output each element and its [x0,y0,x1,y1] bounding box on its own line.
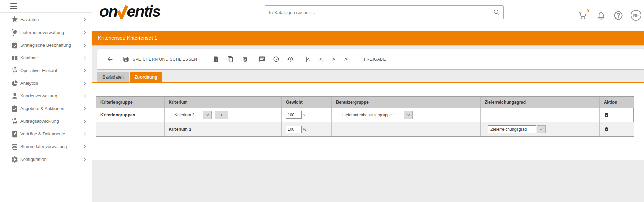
table-row-cell: Kriterium 1 [165,122,282,136]
sidebar-item-konfiguration[interactable]: Konfiguration [0,153,92,166]
chevron-down-icon[interactable] [203,111,212,119]
column-header: Aktion [600,97,634,108]
user-avatar[interactable]: NF [631,10,641,21]
main-area: on entis 0 [92,0,644,202]
tab-basisdaten[interactable]: Basisdaten [97,72,129,82]
table-row-cell: Kriteriengruppen [96,108,165,122]
gear-icon [11,156,19,163]
nav-first-button[interactable]: |< [306,56,310,62]
criteria-table: Kriteriengruppe Kriterium Gewicht Benutz… [96,96,634,137]
percent-label: % [303,113,306,117]
cart-plus-icon [11,67,19,74]
sidebar-item-label: Lieferantenverwaltung [20,30,64,35]
save-icon[interactable] [123,56,129,62]
chevron-right-icon [83,145,86,149]
sidebar-item-strategische-beschaffung[interactable]: Strategische Beschaffung [0,39,92,51]
kriterium-dropdown[interactable]: Kriterium 2 [172,111,212,119]
sidebar-item-label: Auftragsabwicklung [20,119,59,124]
gewicht-input[interactable] [286,126,302,133]
freigabe-button[interactable]: FREIGABE [364,57,386,62]
sidebar-item-lieferantenverwaltung[interactable]: Lieferantenverwaltung [0,26,92,39]
back-button[interactable] [106,56,114,63]
sidebar-item-kundenverwaltung[interactable]: Kundenverwaltung [0,90,92,102]
chevron-down-icon[interactable] [404,111,413,119]
tab-bar: Basisdaten Zuordnung [92,72,644,83]
add-kriterium-button[interactable]: + [215,111,228,119]
history-icon[interactable] [287,56,293,62]
nav-last-button[interactable]: >| [344,56,349,62]
kriterium-label: Kriterium 1 [169,127,191,132]
search-icon[interactable] [493,9,500,17]
sidebar-item-label: Verträge & Dokumente [20,131,65,136]
sidebar-item-label: Kataloge [20,55,38,60]
chevron-right-icon [83,132,86,136]
gewicht-input[interactable] [286,111,302,119]
sidebar-item-angebote-auktionen[interactable]: Angebote & Auktionen [0,102,92,115]
clock-icon[interactable] [273,56,279,62]
column-header: Gewicht [282,97,332,108]
person-icon [11,92,19,100]
document-pen-icon [11,130,19,138]
sidebar: Favoriten Lieferantenverwaltung Strategi… [0,0,92,202]
sidebar-item-favoriten[interactable]: Favoriten [0,13,92,26]
star-icon [11,15,19,23]
comments-icon[interactable] [259,56,265,62]
sidebar-item-analytics[interactable]: Analytics [0,77,92,90]
sidebar-item-auftragsabwicklung[interactable]: Auftragsabwicklung [0,115,92,128]
delete-row-icon[interactable] [604,127,609,132]
top-header: on entis 0 [92,0,644,31]
benutzergruppe-dropdown-value: Lieferantenbenutzergruppe 1 [340,111,403,119]
sidebar-item-label: Angebote & Auktionen [20,106,64,111]
benutzergruppe-dropdown[interactable]: Lieferantenbenutzergruppe 1 [340,111,413,119]
new-document-icon[interactable] [213,56,219,62]
chevron-right-icon [83,81,86,85]
zielerreichungsgrad-dropdown-value: Zielerreichungsgrad [488,125,536,133]
cart-count-badge: 0 [587,9,589,13]
zielerreichungsgrad-dropdown[interactable]: Zielerreichungsgrad [488,125,546,133]
save-and-close-button[interactable]: SPEICHERN UND SCHLIESSEN [133,57,197,62]
sidebar-item-label: Operativer Einkauf [20,68,57,73]
copy-icon[interactable] [227,56,234,62]
delete-row-icon[interactable] [604,112,609,118]
hamburger-menu-icon[interactable] [0,0,92,13]
sidebar-item-label: Analytics [20,81,38,86]
kriteriengruppe-label: Kriteriengruppen [100,112,135,117]
logo-check-icon [117,5,128,19]
chevron-right-icon [83,56,86,60]
search-input[interactable] [265,5,504,19]
notifications-bell-icon[interactable] [596,11,606,20]
sidebar-item-label: Kundenverwaltung [20,93,57,98]
delete-icon[interactable] [242,56,248,62]
column-header: Kriteriengruppe [96,97,165,108]
page-title-bar: Kriterienset: Kriterienset 1 [92,31,644,45]
nav-next-button[interactable]: > [332,56,335,62]
cart-dot-icon [11,118,19,125]
chevron-right-icon [83,69,86,73]
hand-truck-icon [11,29,19,36]
chevron-down-icon[interactable] [537,125,546,133]
book-icon [11,54,19,62]
sidebar-item-vertraege-dokumente[interactable]: Verträge & Dokumente [0,128,92,140]
chevron-right-icon [83,119,86,123]
pie-chart-icon [11,80,19,87]
logo-text-right: entis [127,2,160,21]
table-row-cell [96,122,165,136]
chevron-right-icon [83,157,86,162]
table-row-cell: Lieferantenbenutzergruppe 1 [332,108,481,122]
sidebar-item-operativer-einkauf[interactable]: Operativer Einkauf [0,64,92,77]
help-icon[interactable] [613,10,623,21]
chevron-right-icon [83,94,86,98]
sidebar-item-stammdatenverwaltung[interactable]: Stammdatenverwaltung [0,140,92,153]
percent-label: % [303,127,306,131]
column-header: Benutzergruppe [332,97,481,108]
cart-icon[interactable]: 0 [577,11,589,20]
onventis-logo: on entis [99,2,160,21]
header-icons: 0 NF [577,0,641,31]
app-root: Favoriten Lieferantenverwaltung Strategi… [0,0,644,202]
sidebar-item-kataloge[interactable]: Kataloge [0,51,92,64]
nav-prev-button[interactable]: < [319,56,322,62]
catalog-search [265,5,504,19]
tab-zuordnung[interactable]: Zuordnung [130,72,162,82]
column-header: Zielerreichungsgrad [481,97,600,108]
database-icon [11,143,19,151]
